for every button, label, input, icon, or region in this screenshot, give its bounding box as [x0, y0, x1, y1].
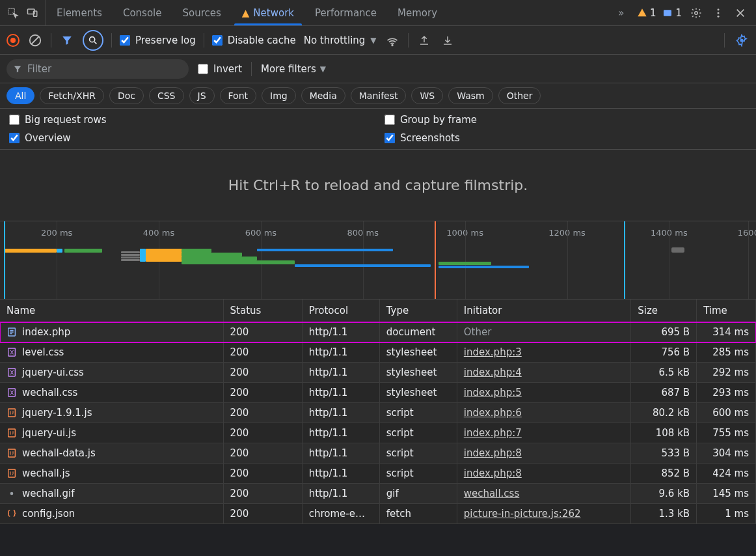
request-protocol: chrome-e…: [302, 504, 379, 524]
issues-info-badge[interactable]: 1: [662, 7, 682, 19]
request-size: 108 kB: [631, 423, 697, 443]
request-row[interactable]: index.php200http/1.1documentOther695 B31…: [0, 322, 756, 342]
tab-sources[interactable]: Sources: [172, 0, 231, 25]
filter-row: Filter Invert More filters ▼: [0, 55, 756, 83]
info-count: 1: [675, 7, 682, 19]
throttling-select[interactable]: No throttling ▼: [304, 35, 377, 46]
request-status: 200: [223, 504, 302, 524]
request-row[interactable]: jquery-ui.css200http/1.1stylesheetindex.…: [0, 363, 756, 383]
issues-warning-badge[interactable]: 1: [637, 7, 656, 19]
initiator-link[interactable]: picture-in-picture.js:262: [464, 508, 581, 520]
search-button[interactable]: [83, 30, 103, 51]
filter-pill-wasm[interactable]: Wasm: [448, 87, 493, 104]
disable-cache-checkbox[interactable]: Disable cache: [212, 35, 296, 46]
filter-pill-doc[interactable]: Doc: [109, 87, 144, 104]
css-icon: [7, 347, 17, 357]
filter-pill-manifest[interactable]: Manifest: [351, 87, 407, 104]
filter-input[interactable]: Filter: [7, 59, 189, 79]
inspect-icon[interactable]: [5, 5, 21, 21]
request-time: 285 ms: [697, 342, 756, 363]
request-row[interactable]: wechall.gif200http/1.1gifwechall.css9.6 …: [0, 484, 756, 504]
request-row[interactable]: wechall.js200http/1.1scriptindex.php:885…: [0, 464, 756, 484]
request-row[interactable]: config.json200chrome-e…fetchpicture-in-p…: [0, 504, 756, 524]
filter-placeholder: Filter: [27, 63, 51, 75]
close-devtools-icon[interactable]: [733, 5, 748, 21]
filter-pill-css[interactable]: CSS: [149, 87, 184, 104]
tab-performance[interactable]: Performance: [304, 0, 387, 25]
overview-checkbox[interactable]: Overview: [9, 132, 371, 144]
overview-timeline[interactable]: 200 ms400 ms600 ms800 ms1000 ms1200 ms14…: [0, 221, 756, 299]
invert-checkbox[interactable]: Invert: [198, 63, 242, 75]
request-row[interactable]: wechall.css200http/1.1stylesheetindex.ph…: [0, 383, 756, 403]
tab-memory[interactable]: Memory: [387, 0, 448, 25]
svg-point-7: [718, 15, 720, 17]
js-icon: [7, 448, 17, 458]
column-header-size[interactable]: Size: [631, 299, 697, 322]
filter-pill-img[interactable]: Img: [262, 87, 296, 104]
group-by-frame-checkbox[interactable]: Group by frame: [385, 114, 747, 126]
more-tabs-icon[interactable]: »: [614, 5, 629, 21]
initiator-link[interactable]: index.php:3: [464, 346, 522, 358]
request-size: 852 B: [631, 464, 697, 484]
filter-pill-other[interactable]: Other: [498, 87, 541, 104]
timeline-drag-handle[interactable]: [671, 247, 684, 253]
filter-pill-font[interactable]: Font: [220, 87, 256, 104]
screenshots-checkbox[interactable]: Screenshots: [385, 132, 747, 144]
request-size: 9.6 kB: [631, 484, 697, 504]
column-header-name[interactable]: Name: [0, 299, 223, 322]
column-header-initiator[interactable]: Initiator: [457, 299, 630, 322]
initiator-link[interactable]: wechall.css: [464, 488, 519, 499]
timeline-label: 1600: [738, 228, 756, 238]
initiator-link[interactable]: index.php:5: [464, 387, 522, 398]
initiator-link[interactable]: index.php:6: [464, 407, 522, 419]
upload-har-icon[interactable]: [416, 33, 432, 48]
initiator-link[interactable]: index.php:4: [464, 367, 522, 378]
initiator-link[interactable]: index.php:7: [464, 427, 522, 439]
request-row[interactable]: wechall-data.js200http/1.1scriptindex.ph…: [0, 443, 756, 464]
request-row[interactable]: level.css200http/1.1stylesheetindex.php:…: [0, 342, 756, 363]
funnel-icon: [13, 64, 22, 74]
device-toggle-icon[interactable]: [25, 5, 40, 21]
big-request-rows-checkbox[interactable]: Big request rows: [9, 114, 371, 126]
request-type: script: [379, 423, 457, 443]
column-header-protocol[interactable]: Protocol: [302, 299, 379, 322]
column-header-type[interactable]: Type: [379, 299, 457, 322]
filter-toggle-icon[interactable]: [59, 33, 75, 48]
network-conditions-icon[interactable]: [385, 33, 400, 48]
request-row[interactable]: jquery-1.9.1.js200http/1.1scriptindex.ph…: [0, 403, 756, 423]
request-name: wechall-data.js: [22, 447, 96, 459]
request-row[interactable]: jquery-ui.js200http/1.1scriptindex.php:7…: [0, 423, 756, 443]
initiator-link[interactable]: index.php:8: [464, 447, 522, 459]
tab-console[interactable]: Console: [113, 0, 172, 25]
request-size: 1.3 kB: [631, 504, 697, 524]
filter-pill-all[interactable]: All: [7, 87, 34, 104]
svg-rect-16: [8, 409, 16, 417]
column-header-status[interactable]: Status: [223, 299, 302, 322]
filter-pill-ws[interactable]: WS: [411, 87, 443, 104]
filter-pill-media[interactable]: Media: [301, 87, 345, 104]
filter-pill-fetchxhr[interactable]: Fetch/XHR: [40, 87, 104, 104]
request-name: jquery-ui.js: [22, 427, 76, 439]
download-har-icon[interactable]: [440, 33, 455, 48]
request-status: 200: [223, 322, 302, 342]
column-header-time[interactable]: Time: [697, 299, 756, 322]
network-toolbar: Preserve log Disable cache No throttling…: [0, 26, 756, 55]
request-status: 200: [223, 464, 302, 484]
request-size: 695 B: [631, 322, 697, 342]
preserve-log-checkbox[interactable]: Preserve log: [120, 35, 196, 46]
network-settings-icon[interactable]: [734, 33, 749, 48]
kebab-menu-icon[interactable]: [710, 5, 726, 21]
request-name: wechall.gif: [22, 488, 75, 499]
filmstrip-hint: Hit Ctrl+R to reload and capture filmstr…: [0, 150, 756, 221]
request-time: 304 ms: [697, 443, 756, 464]
clear-button[interactable]: [27, 33, 43, 48]
initiator-link[interactable]: index.php:8: [464, 467, 522, 479]
more-filters-label: More filters: [261, 63, 316, 75]
tab-elements[interactable]: Elements: [46, 0, 113, 25]
request-protocol: http/1.1: [302, 464, 379, 484]
filter-pill-js[interactable]: JS: [189, 87, 215, 104]
tab-network[interactable]: ▲Network: [232, 0, 304, 25]
record-button[interactable]: [7, 34, 20, 47]
more-filters-dropdown[interactable]: More filters ▼: [261, 63, 326, 75]
settings-icon[interactable]: [688, 5, 704, 21]
